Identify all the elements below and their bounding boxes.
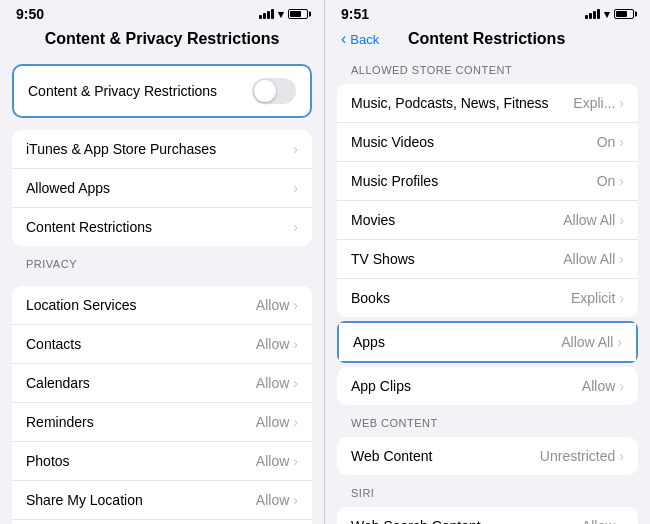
chevron-icon: ›	[293, 453, 298, 469]
row-value: Allow	[256, 453, 289, 469]
chevron-icon: ›	[619, 290, 624, 306]
row-label: Music Profiles	[351, 173, 597, 189]
wifi-icon: ▾	[278, 8, 284, 21]
appclips-group: App Clips Allow ›	[337, 367, 638, 405]
row-label: Location Services	[26, 297, 256, 313]
toggle-section[interactable]: Content & Privacy Restrictions	[12, 64, 312, 118]
chevron-icon: ›	[293, 375, 298, 391]
web-group: Web Content Unrestricted ›	[337, 437, 638, 475]
privacy-section-label: PRIVACY	[12, 250, 312, 274]
row-label: Reminders	[26, 414, 256, 430]
nav-header-right: ‹ Back Content Restrictions	[325, 26, 650, 56]
row-value: Allow	[256, 375, 289, 391]
list-item[interactable]: Calendars Allow ›	[12, 364, 312, 403]
right-phone: 9:51 ▾ ‹ Back Content Restrictions ALLOW…	[325, 0, 650, 524]
chevron-icon: ›	[617, 334, 622, 350]
row-label: Music, Podcasts, News, Fitness	[351, 95, 573, 111]
wifi-icon: ▾	[604, 8, 610, 21]
chevron-icon: ›	[293, 414, 298, 430]
row-label: Share My Location	[26, 492, 256, 508]
chevron-icon: ›	[293, 180, 298, 196]
battery-icon	[288, 9, 308, 19]
list-item[interactable]: Web Search Content Allow ›	[337, 507, 638, 524]
list-item[interactable]: Books Explicit ›	[337, 279, 638, 317]
row-value: Allow	[256, 414, 289, 430]
list-item[interactable]: iTunes & App Store Purchases ›	[12, 130, 312, 169]
list-item[interactable]: Contacts Allow ›	[12, 325, 312, 364]
back-chevron-icon: ‹	[341, 30, 346, 48]
siri-group: Web Search Content Allow › Explicit Lang…	[337, 507, 638, 524]
store-group: Music, Podcasts, News, Fitness Expli... …	[337, 84, 638, 317]
status-icons-right: ▾	[585, 8, 634, 21]
list-item[interactable]: Reminders Allow ›	[12, 403, 312, 442]
row-label: Books	[351, 290, 571, 306]
list-item[interactable]: Photos Allow ›	[12, 442, 312, 481]
apps-row[interactable]: Apps Allow All ›	[339, 323, 636, 361]
privacy-group: Location Services Allow › Contacts Allow…	[12, 286, 312, 524]
apps-value: Allow All	[561, 334, 613, 350]
row-label: Web Content	[351, 448, 540, 464]
battery-icon	[614, 9, 634, 19]
row-value: On	[597, 134, 616, 150]
list-item[interactable]: Music Profiles On ›	[337, 162, 638, 201]
chevron-icon: ›	[293, 336, 298, 352]
content-privacy-toggle[interactable]	[252, 78, 296, 104]
list-item[interactable]: Music, Podcasts, News, Fitness Expli... …	[337, 84, 638, 123]
row-label: Content Restrictions	[26, 219, 293, 235]
right-scroll: ALLOWED STORE CONTENT Music, Podcasts, N…	[325, 56, 650, 524]
row-value: Expli...	[573, 95, 615, 111]
signal-icon	[259, 9, 274, 19]
chevron-icon: ›	[293, 297, 298, 313]
list-item[interactable]: TV Shows Allow All ›	[337, 240, 638, 279]
row-value: Explicit	[571, 290, 615, 306]
row-value: Unrestricted	[540, 448, 615, 464]
back-button[interactable]: ‹ Back	[341, 30, 379, 48]
list-item[interactable]: Music Videos On ›	[337, 123, 638, 162]
chevron-icon: ›	[619, 251, 624, 267]
web-content-label: WEB CONTENT	[337, 409, 638, 433]
chevron-icon: ›	[619, 378, 624, 394]
list-item[interactable]: Location Services Allow ›	[12, 286, 312, 325]
apps-highlighted-row[interactable]: Apps Allow All ›	[337, 321, 638, 363]
chevron-icon: ›	[619, 518, 624, 524]
row-value: Allow All	[563, 212, 615, 228]
row-label: App Clips	[351, 378, 582, 394]
row-label: Web Search Content	[351, 518, 582, 524]
row-value: Allow	[256, 336, 289, 352]
list-item[interactable]: Share My Location Allow ›	[12, 481, 312, 520]
list-item[interactable]: Movies Allow All ›	[337, 201, 638, 240]
back-label: Back	[350, 32, 379, 47]
time-right: 9:51	[341, 6, 369, 22]
row-value: On	[597, 173, 616, 189]
chevron-icon: ›	[293, 492, 298, 508]
apps-label: Apps	[353, 334, 561, 350]
chevron-icon: ›	[619, 448, 624, 464]
list-item[interactable]: Bluetooth Sharing Allow ›	[12, 520, 312, 524]
row-value: Allow	[256, 492, 289, 508]
row-value: Allow	[256, 297, 289, 313]
chevron-icon: ›	[619, 95, 624, 111]
time-left: 9:50	[16, 6, 44, 22]
chevron-icon: ›	[293, 141, 298, 157]
list-item[interactable]: Web Content Unrestricted ›	[337, 437, 638, 475]
row-label: Music Videos	[351, 134, 597, 150]
chevron-icon: ›	[619, 173, 624, 189]
toggle-label: Content & Privacy Restrictions	[28, 83, 217, 99]
chevron-icon: ›	[619, 212, 624, 228]
list-item[interactable]: Content Restrictions ›	[12, 208, 312, 246]
list-item[interactable]: Allowed Apps ›	[12, 169, 312, 208]
status-bar-left: 9:50 ▾	[0, 0, 324, 26]
signal-icon	[585, 9, 600, 19]
left-scroll: Content & Privacy Restrictions iTunes & …	[0, 56, 324, 524]
nav-header-left: Content & Privacy Restrictions	[0, 26, 324, 56]
nav-title-left: Content & Privacy Restrictions	[16, 30, 308, 48]
row-label: Allowed Apps	[26, 180, 293, 196]
menu-group: iTunes & App Store Purchases › Allowed A…	[12, 130, 312, 246]
allowed-store-label: ALLOWED STORE CONTENT	[337, 56, 638, 80]
list-item[interactable]: App Clips Allow ›	[337, 367, 638, 405]
row-label: Contacts	[26, 336, 256, 352]
row-value: Allow	[582, 378, 615, 394]
chevron-icon: ›	[619, 134, 624, 150]
row-label: Calendars	[26, 375, 256, 391]
chevron-icon: ›	[293, 219, 298, 235]
